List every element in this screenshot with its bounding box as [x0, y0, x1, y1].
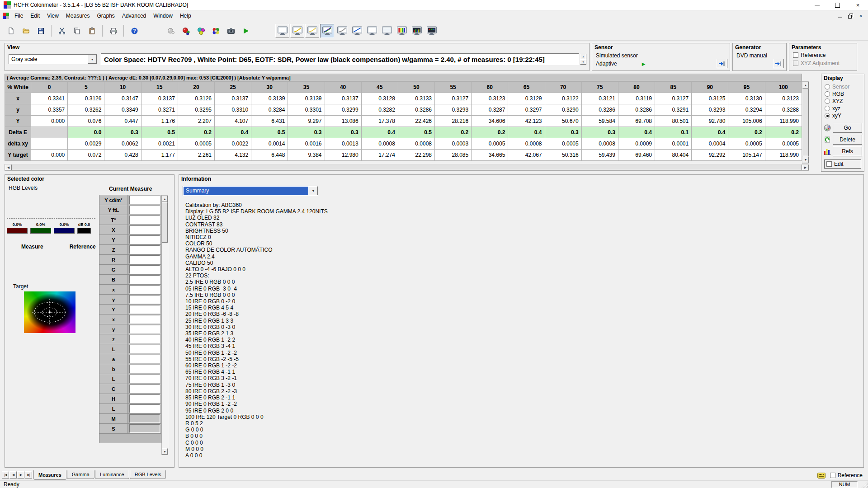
toolbar-button-run-measures[interactable] [239, 24, 253, 38]
table-cell[interactable]: 0.0004 [692, 138, 728, 150]
table-cell[interactable]: 1.177 [141, 150, 178, 161]
scroll-right-icon[interactable]: ▶ [802, 164, 809, 170]
table-cell[interactable]: 0.3 [288, 127, 325, 138]
table-cell[interactable]: 0.3 [545, 127, 581, 138]
column-header[interactable]: 50 [398, 82, 434, 93]
radio-icon[interactable] [825, 99, 830, 104]
table-cell[interactable]: 0.3128 [361, 93, 398, 104]
table-vertical-scrollbar[interactable]: ▲ ▼ [802, 81, 809, 164]
column-header[interactable]: 0 [31, 82, 68, 93]
table-cell[interactable]: 0.3119 [618, 93, 655, 104]
table-cell[interactable]: 2.261 [178, 150, 214, 161]
menu-help[interactable]: Help [176, 11, 195, 21]
table-cell[interactable]: 0.0001 [655, 138, 692, 150]
table-cell[interactable]: 0.0021 [141, 138, 178, 150]
spinner-up-button[interactable]: ▲ [580, 54, 586, 59]
table-cell[interactable]: 0.0009 [618, 138, 655, 150]
menu-window[interactable]: Window [150, 11, 176, 21]
resize-grip[interactable] [861, 481, 868, 488]
table-cell[interactable]: 118.990 [765, 150, 802, 161]
table-cell[interactable]: 0.3129 [508, 93, 545, 104]
tab-last-icon[interactable]: ▶| [25, 471, 32, 479]
toolbar-button-monitor-dark[interactable] [425, 24, 439, 38]
table-cell[interactable]: 50.670 [545, 116, 581, 127]
column-header[interactable]: 40 [325, 82, 361, 93]
toolbar-button-monitor-plain2[interactable] [365, 24, 379, 38]
table-cell[interactable]: 0.3139 [288, 93, 325, 104]
table-cell[interactable]: 0.0003 [435, 138, 472, 150]
table-cell[interactable]: 0.0022 [214, 138, 251, 150]
column-header[interactable]: 10 [104, 82, 141, 93]
column-header[interactable]: 55 [435, 82, 472, 93]
tab-prev-icon[interactable]: ◀ [9, 471, 17, 479]
table-cell[interactable]: 0.3294 [728, 104, 765, 116]
table-cell[interactable]: 0.3310 [214, 104, 251, 116]
current-measure-scrollbar[interactable]: ▲ ▼ [161, 195, 168, 455]
table-cell[interactable] [31, 138, 68, 150]
table-cell[interactable]: 69.460 [618, 150, 655, 161]
table-cell[interactable]: 0.2 [472, 127, 508, 138]
table-cell[interactable]: 0.3284 [251, 104, 288, 116]
table-cell[interactable]: 92.292 [692, 150, 728, 161]
column-header[interactable]: 75 [581, 82, 618, 93]
table-cell[interactable]: 0.4 [361, 127, 398, 138]
table-cell[interactable]: 0.072 [68, 150, 104, 161]
tab-luminance[interactable]: Luminance [95, 470, 129, 479]
table-cell[interactable]: 0.0008 [581, 138, 618, 150]
table-cell[interactable]: 0.4 [692, 127, 728, 138]
table-cell[interactable]: 28.085 [435, 150, 472, 161]
column-header[interactable]: 70 [545, 82, 581, 93]
table-cell[interactable]: 0.447 [104, 116, 141, 127]
table-cell[interactable]: 0.3290 [545, 104, 581, 116]
table-cell[interactable]: 0.3126 [178, 93, 214, 104]
table-cell[interactable]: 0.3301 [288, 104, 325, 116]
table-cell[interactable]: 0.3125 [692, 93, 728, 104]
table-cell[interactable]: 1.176 [141, 116, 178, 127]
table-cell[interactable]: 0.3147 [104, 93, 141, 104]
menu-view[interactable]: View [43, 11, 62, 21]
table-cell[interactable]: 0.0008 [361, 138, 398, 150]
column-header[interactable]: 35 [288, 82, 325, 93]
toolbar-button-open-folder[interactable] [19, 24, 33, 38]
table-cell[interactable]: 13.086 [325, 116, 361, 127]
table-cell[interactable]: 0.3262 [68, 104, 104, 116]
reference-status-checkbox[interactable]: Reference [830, 472, 863, 479]
table-cell[interactable]: 0.0005 [728, 138, 765, 150]
toolbar-button-monitor-gamma-curve2[interactable] [305, 24, 319, 38]
table-cell[interactable]: 0.3130 [728, 93, 765, 104]
display-option-xyz[interactable]: xyz [821, 105, 864, 112]
checkbox-icon[interactable] [826, 161, 832, 167]
table-cell[interactable]: 0.000 [31, 116, 68, 127]
table-cell[interactable]: 0.3133 [398, 93, 434, 104]
table-cell[interactable]: 0.3122 [545, 93, 581, 104]
table-cell[interactable]: 0.0029 [68, 138, 104, 150]
table-cell[interactable]: 0.0008 [508, 138, 545, 150]
table-cell[interactable]: 0.3137 [214, 93, 251, 104]
chevron-down-icon[interactable]: ▼ [88, 55, 97, 64]
table-cell[interactable]: 0.3137 [325, 93, 361, 104]
table-cell[interactable]: 0.3121 [581, 93, 618, 104]
table-cell[interactable]: 28.216 [435, 116, 472, 127]
toolbar-button-new-document[interactable] [4, 24, 18, 38]
table-cell[interactable]: 22.298 [398, 150, 434, 161]
table-cell[interactable]: 42.123 [508, 116, 545, 127]
toolbar-button-monitor-gamma-curve[interactable] [290, 24, 304, 38]
table-cell[interactable]: 0.2 [765, 127, 802, 138]
menu-advanced[interactable]: Advanced [118, 11, 150, 21]
table-cell[interactable]: 0.3288 [765, 104, 802, 116]
tab-gamma[interactable]: Gamma [67, 470, 94, 479]
toolbar-button-monitor-color-bars[interactable] [395, 24, 409, 38]
table-cell[interactable]: 0.3291 [655, 104, 692, 116]
table-cell[interactable]: 0.3286 [581, 104, 618, 116]
table-cell[interactable]: 9.384 [288, 150, 325, 161]
maximize-button[interactable] [827, 0, 848, 10]
column-header[interactable]: 25 [214, 82, 251, 93]
table-cell[interactable]: 0.3297 [508, 104, 545, 116]
table-cell[interactable]: 69.708 [618, 116, 655, 127]
table-cell[interactable]: 0.076 [68, 116, 104, 127]
toolbar-button-snapshot[interactable] [224, 24, 238, 38]
toolbar-button-save[interactable] [34, 24, 48, 38]
scrollbar-thumb[interactable] [802, 89, 809, 156]
table-cell[interactable]: 0.3293 [435, 104, 472, 116]
scroll-up-icon[interactable]: ▲ [802, 82, 809, 89]
